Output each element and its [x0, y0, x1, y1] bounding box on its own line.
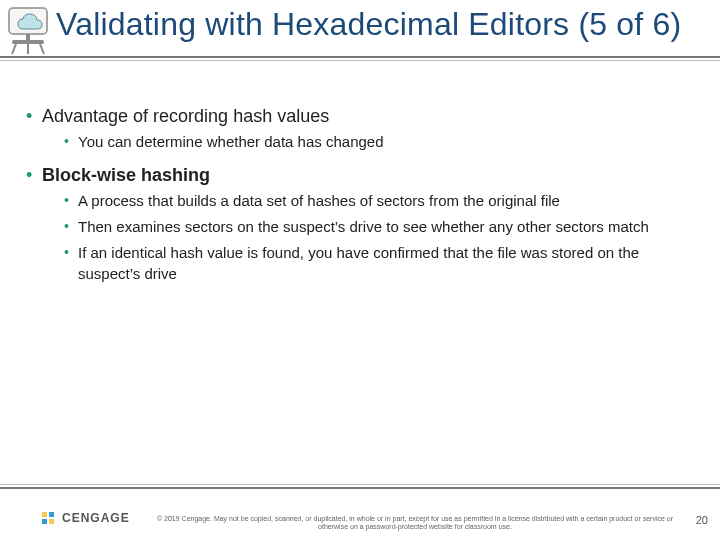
bullet-list: Advantage of recording hash values You c… [24, 104, 696, 284]
copyright-text: © 2019 Cengage. May not be copied, scann… [150, 515, 680, 533]
brand: CENGAGE [40, 510, 130, 526]
bullet-text: Advantage of recording hash values [42, 106, 329, 126]
cloud-projector-icon [6, 6, 52, 56]
brand-logo-icon [40, 510, 56, 526]
svg-line-3 [12, 44, 16, 54]
svg-rect-1 [26, 34, 30, 40]
sub-bullet-item: You can determine whether data has chang… [64, 132, 696, 152]
slide: Validating with Hexadecimal Editors (5 o… [0, 0, 720, 540]
sub-bullet-item: A process that builds a data set of hash… [64, 191, 696, 211]
sub-bullet-item: If an identical hash value is found, you… [64, 243, 696, 284]
sub-bullet-list: You can determine whether data has chang… [64, 132, 696, 152]
bullet-text: Block-wise hashing [42, 165, 210, 185]
footer-divider [0, 484, 720, 490]
slide-footer: CENGAGE © 2019 Cengage. May not be copie… [0, 484, 720, 540]
bullet-item: Block-wise hashing A process that builds… [24, 163, 696, 284]
bullet-item: Advantage of recording hash values You c… [24, 104, 696, 153]
slide-body: Advantage of recording hash values You c… [0, 66, 720, 284]
slide-title: Validating with Hexadecimal Editors (5 o… [56, 6, 712, 43]
svg-rect-2 [12, 40, 44, 44]
title-divider [0, 56, 720, 62]
slide-header: Validating with Hexadecimal Editors (5 o… [0, 0, 720, 66]
page-number: 20 [696, 514, 708, 526]
svg-line-4 [40, 44, 44, 54]
sub-bullet-list: A process that builds a data set of hash… [64, 191, 696, 284]
brand-name: CENGAGE [62, 511, 130, 525]
sub-bullet-item: Then examines sectors on the suspect’s d… [64, 217, 696, 237]
